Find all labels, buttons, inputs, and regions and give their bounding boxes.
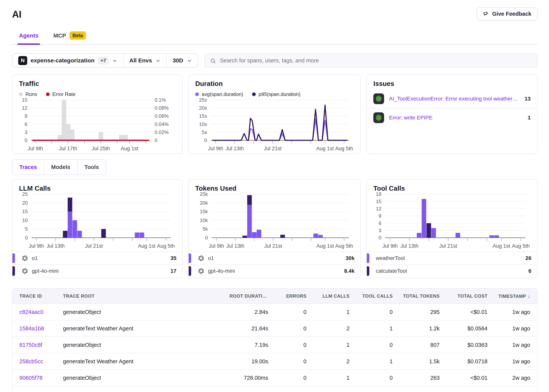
svg-text:10: 10 [22,217,28,223]
svg-text:15s: 15s [199,113,207,119]
series-value: 8.4k [344,268,355,274]
svg-text:18: 18 [376,192,381,197]
duration-card-title: Duration [195,80,354,87]
cell-tool-calls: 1 [354,391,397,392]
issues-list: AI_ToolExecutionError: Error executing t… [367,89,537,127]
series-value: 35 [171,255,176,261]
cell-timestamp[interactable]: 1w ago [492,309,537,315]
column-header-total_tokens[interactable]: TOTAL TOKENS [397,294,444,299]
svg-text:0: 0 [155,137,157,143]
svg-text:25k: 25k [200,192,208,197]
svg-text:0.04%: 0.04% [155,121,169,127]
series-legend-row[interactable]: gpt-4o-mini8.4k [189,264,360,277]
column-header-errors[interactable]: ERRORS [273,294,311,299]
svg-text:25: 25 [22,192,28,197]
series-legend-row[interactable]: o130k [189,252,360,264]
series-value: 17 [171,268,176,274]
project-filter-dropdown[interactable]: N expense-categorization +7 [13,54,123,67]
column-header-total_cost[interactable]: TOTAL COST [444,294,492,299]
sort-desc-icon: ↓ [528,293,530,299]
cell-timestamp[interactable]: 2w ago [492,391,537,392]
svg-text:Jul 21st: Jul 21st [439,243,457,249]
cell-timestamp[interactable]: 1w ago [492,342,537,348]
cell-total-cost: $0.0363 [444,342,492,348]
svg-text:12: 12 [376,206,381,211]
svg-text:25s: 25s [199,98,207,103]
tab-agents[interactable]: Agents [18,29,39,44]
table-row[interactable]: 1b9a433bgenerateText Weather Agent4.95s0… [13,386,537,392]
svg-text:0.06%: 0.06% [155,113,169,119]
svg-text:3: 3 [25,129,27,135]
series-legend-row[interactable]: calculateTool6 [367,264,537,277]
search-box[interactable] [204,53,537,68]
tokens-chart-svg: 05k10k15k20k25kJul 9thJul 13thJul 21stAu… [195,192,354,250]
column-header-trace_root[interactable]: TRACE ROOT [58,294,225,299]
series-legend-row[interactable]: o135 [13,252,182,264]
cell-root-duration: 728.00ms [225,375,273,381]
traffic-chart: 0030.02%60.04%90.06%120.08%150.1%Jul 9th… [19,98,176,153]
cell-errors: 0 [273,325,311,332]
date-range-dropdown[interactable]: 30D [166,54,198,67]
openai-icon [21,255,28,262]
env-filter-dropdown[interactable]: All Envs [123,54,166,67]
table-row[interactable]: 258cb5ccgenerateText Weather Agent19.00s… [13,353,537,369]
column-header-tool_calls[interactable]: TOOL CALLS [354,294,397,299]
issue-row[interactable]: Error: write EPIPE1 [367,108,537,127]
cell-trace-id[interactable]: 1b9a433b [13,391,58,392]
svg-text:6: 6 [25,121,27,127]
issue-count: 1 [528,115,531,121]
cell-trace-id[interactable]: 258cb5cc [13,358,58,365]
traffic-card-title: Traffic [19,80,176,87]
series-legend-row[interactable]: weatherTool26 [367,252,537,264]
tab-tools[interactable]: Tools [77,160,106,175]
give-feedback-button[interactable]: Give Feedback [477,7,537,20]
search-input[interactable] [220,57,532,64]
llm-calls-card-title: LLM Calls [19,184,176,192]
tab-traces[interactable]: Traces [13,160,44,175]
column-header-trace_id[interactable]: TRACE ID [13,294,58,299]
cell-trace-id[interactable]: 90605f78 [13,375,58,381]
svg-text:3: 3 [379,228,381,233]
table-row[interactable]: 81750c8fgenerateObject7.19s010807$0.0363… [13,336,537,353]
series-legend-row[interactable]: gpt-4o-mini17 [13,264,182,277]
nodejs-icon [373,93,384,104]
cell-tool-calls: 0 [354,309,397,315]
chevron-down-icon [187,58,192,63]
table-row[interactable]: 1584a1b8generateText Weather Agent21.64s… [13,320,537,336]
page-title: AI [12,9,21,20]
issue-row[interactable]: AI_ToolExecutionError: Error executing t… [367,89,537,108]
legend-item: Runs [19,91,37,97]
column-header-timestamp[interactable]: TIMESTAMP↓ [492,293,537,299]
cell-trace-root: generateObject [58,342,225,348]
svg-text:Aug 1st: Aug 1st [121,146,138,151]
column-header-root_duration[interactable]: ROOT DURATION [225,294,273,299]
cell-llm-calls: 1 [311,309,354,315]
project-extra-badge: +7 [98,57,109,64]
cell-total-tokens: 649 [397,391,444,392]
cell-trace-id[interactable]: 1584a1b8 [13,325,58,332]
svg-text:Aug 1st: Aug 1st [316,146,334,151]
table-row[interactable]: 90605f78generateObject728.00ms010263<$0.… [13,369,537,386]
cell-errors: 0 [273,375,311,381]
tab-mcp[interactable]: MCP Beta [53,29,86,44]
cell-timestamp[interactable]: 1w ago [492,358,537,365]
cell-trace-id[interactable]: 81750c8f [13,342,58,348]
megaphone-icon [483,11,489,17]
tab-models[interactable]: Models [44,160,77,175]
issue-link[interactable]: AI_ToolExecutionError: Error executing t… [389,96,520,102]
svg-text:Jul 21st: Jul 21st [264,243,282,249]
cell-trace-id[interactable]: c824aac0 [13,309,58,315]
column-header-llm_calls[interactable]: LLM CALLS [311,294,354,299]
svg-text:9: 9 [25,113,27,119]
llm-calls-chart: 0510152025Jul 9thJul 13thJul 21stAug 1st… [19,192,176,251]
svg-text:15: 15 [376,198,381,204]
svg-text:Aug 5th: Aug 5th [335,243,353,249]
cell-root-duration: 21.64s [225,325,273,332]
svg-text:20s: 20s [199,105,207,111]
cell-timestamp[interactable]: 1w ago [492,325,537,332]
issue-link[interactable]: Error: write EPIPE [389,115,523,121]
table-row[interactable]: c824aac0generateObject2.84s010295<$0.011… [13,304,537,320]
cell-timestamp[interactable]: 2w ago [492,375,537,381]
series-value: 6 [528,268,531,274]
traces-table-header: TRACE IDTRACE ROOTROOT DURATIONERRORSLLM… [13,289,537,304]
